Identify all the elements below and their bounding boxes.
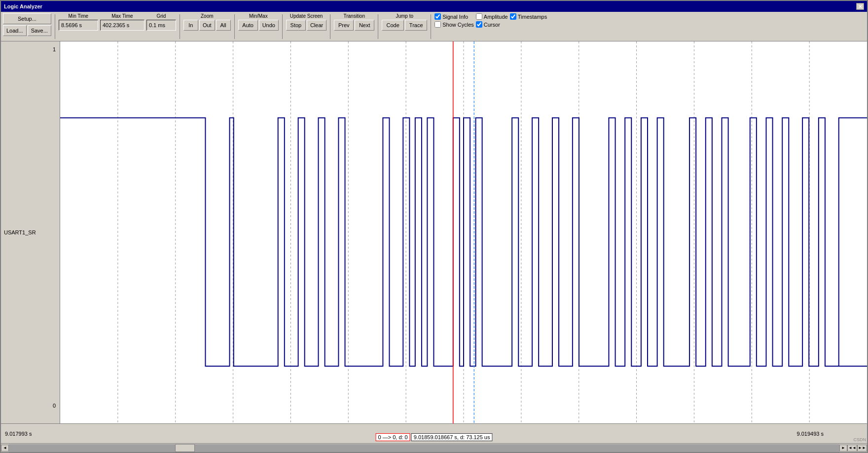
options-group: Signal Info Show Cycles <box>434 13 474 28</box>
waveform-area[interactable] <box>60 41 867 423</box>
signal-info-checkbox-item: Signal Info <box>434 13 474 20</box>
file-buttons-group: Setup... Load... Save... <box>3 13 51 36</box>
checkboxes: Signal Info Show Cycles <box>434 13 474 28</box>
amplitude-checkbox[interactable] <box>476 13 482 20</box>
window-title: Logic Analyzer <box>4 3 42 9</box>
main-content: 1 USART1_SR 0 <box>1 41 867 423</box>
zoom-all-button[interactable]: All <box>216 20 231 31</box>
options-group3: Timestamps <box>510 13 547 20</box>
scroll-right-button[interactable]: ► <box>839 445 847 452</box>
checkboxes2: Amplitude Cursor <box>476 13 508 28</box>
scrollbar-thumb <box>175 444 195 452</box>
max-time-group: Max Time 402.2365 s <box>100 13 145 31</box>
update-screen-label: Update Screen <box>286 13 326 19</box>
toolbar: Setup... Load... Save... Min Time 8.5696… <box>1 12 867 41</box>
checkboxes3: Timestamps <box>510 13 547 20</box>
clear-button[interactable]: Clear <box>307 20 326 31</box>
timestamps-checkbox[interactable] <box>510 13 516 20</box>
show-cycles-checkbox[interactable] <box>434 21 441 28</box>
cursor-checkbox[interactable] <box>476 21 482 28</box>
update-screen-group: Update Screen Stop Clear <box>286 13 326 31</box>
options-group2: Amplitude Cursor <box>476 13 508 28</box>
signal-info-checkbox[interactable] <box>434 13 441 20</box>
undo-button[interactable]: Undo <box>259 20 279 31</box>
cursor-checkbox-item: Cursor <box>476 21 508 28</box>
signal-info-label: Signal Info <box>442 14 468 20</box>
transition-label: Transition <box>334 13 374 19</box>
status-bar: 9.017993 s 0 —> 0, d: 0 9.01859.018667 s… <box>1 423 867 443</box>
cursor2-pos: 9.0185 <box>414 434 431 440</box>
amplitude-checkbox-item: Amplitude <box>476 13 508 20</box>
transition-group: Transition Prev Next <box>334 13 374 31</box>
cursor2-info: 9.01859.018667 s, d: 73.125 us <box>411 433 493 441</box>
signal-name-label: USART1_SR <box>4 229 36 235</box>
scroll-left-button[interactable]: ◄ <box>1 445 9 452</box>
amplitude-label: Amplitude <box>484 14 508 20</box>
save-button[interactable]: Save... <box>28 25 51 36</box>
stop-button[interactable]: Stop <box>286 20 306 31</box>
zoom-label: Zoom <box>183 13 231 19</box>
scroll-far-left-button[interactable]: ◄◄ <box>847 445 857 452</box>
brand-label: CSDN <box>853 437 866 442</box>
next-button[interactable]: Next <box>355 20 374 31</box>
max-time-display: 402.2365 s <box>100 20 145 31</box>
minmax-label: Min/Max <box>238 13 279 19</box>
scroll-far-right-button[interactable]: ►► <box>857 445 867 452</box>
signal-axis: 1 USART1_SR 0 <box>1 41 60 423</box>
cursor-info-area: 0 —> 0, d: 0 9.01859.018667 s, d: 73.125… <box>376 433 493 441</box>
cursor2-info-text: 9.018667 s, d: 73.125 us <box>430 434 490 440</box>
minmax-group: Min/Max Auto Undo <box>238 13 279 31</box>
zoom-out-button[interactable]: Out <box>199 20 215 31</box>
axis-label-bottom: 0 <box>53 403 56 409</box>
grid-display: 0.1 ms <box>146 20 176 31</box>
min-time-display: 8.5696 s <box>59 20 98 31</box>
waveform-canvas <box>60 41 867 423</box>
show-cycles-label: Show Cycles <box>442 22 474 28</box>
show-cycles-checkbox-item: Show Cycles <box>434 21 474 28</box>
min-time-label: Min Time <box>59 13 98 19</box>
jumpto-group: Jump to Code Trace <box>382 13 427 31</box>
cursor-label: Cursor <box>484 22 500 28</box>
main-window: Logic Analyzer ✕ Setup... Load... Save..… <box>0 0 868 453</box>
prev-button[interactable]: Prev <box>334 20 354 31</box>
auto-button[interactable]: Auto <box>238 20 258 31</box>
title-bar: Logic Analyzer ✕ <box>1 1 867 12</box>
code-button[interactable]: Code <box>382 20 404 31</box>
time-left-display: 9.017993 s <box>1 431 65 437</box>
setup-button[interactable]: Setup... <box>3 13 51 24</box>
timestamps-label: Timestamps <box>518 14 547 20</box>
grid-group: Grid 0.1 ms <box>146 13 176 31</box>
cursor1-info: 0 —> 0, d: 0 <box>376 433 410 441</box>
scrollbar-track[interactable] <box>9 444 839 452</box>
max-time-label: Max Time <box>100 13 145 19</box>
jumpto-label: Jump to <box>382 13 427 19</box>
trace-button[interactable]: Trace <box>405 20 427 31</box>
min-time-group: Min Time 8.5696 s <box>59 13 98 31</box>
time-right-display: 9.019493 s <box>793 431 828 437</box>
zoom-in-button[interactable]: In <box>183 20 198 31</box>
load-button[interactable]: Load... <box>3 25 27 36</box>
signal-panel: 1 USART1_SR 0 <box>1 41 60 423</box>
close-button[interactable]: ✕ <box>856 3 864 10</box>
zoom-group: Zoom In Out All <box>183 13 231 31</box>
axis-label-top: 1 <box>53 46 56 52</box>
timestamps-checkbox-item: Timestamps <box>510 13 547 20</box>
scrollbar-row: ◄ ► ◄◄ ►► <box>1 443 867 452</box>
bottom-area: 9.017993 s 0 —> 0, d: 0 9.01859.018667 s… <box>1 423 867 452</box>
grid-label: Grid <box>146 13 176 19</box>
